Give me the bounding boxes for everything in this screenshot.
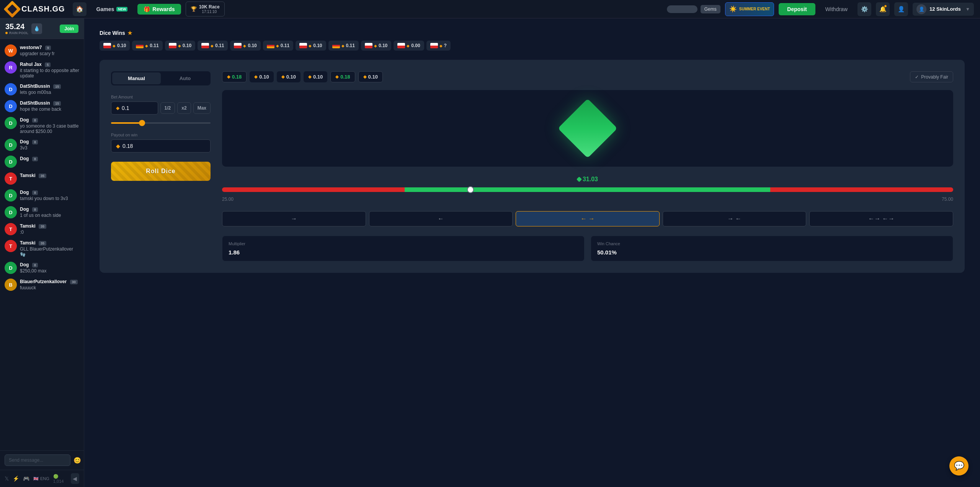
- chat-input[interactable]: [5, 454, 70, 466]
- deposit-button[interactable]: Deposit: [779, 3, 815, 15]
- chat-username: Dog: [20, 139, 29, 144]
- multiplier-label: Multiplier: [229, 241, 578, 246]
- language-selector[interactable]: 🇬🇧 ENG: [33, 476, 49, 481]
- chat-level-badge: 8: [32, 157, 38, 161]
- chat-message: D Dog 8 tamski you down to 3v3: [0, 187, 84, 204]
- rain-icon-button[interactable]: 💧: [31, 23, 42, 34]
- dice-track-handle[interactable]: [467, 186, 474, 193]
- chat-message-text: 3v3: [20, 145, 79, 151]
- bet-input-wrapper: ◆: [111, 102, 158, 115]
- chat-message: T Tamski 35 :0: [0, 221, 84, 238]
- direction-split-button[interactable]: → ←: [663, 211, 807, 226]
- dice-wins-title: Dice Wins ★: [100, 30, 965, 36]
- gem-icon: ◆: [439, 44, 443, 48]
- gem-icon: ◆: [374, 44, 377, 48]
- result-chip-5: ◆ 0.18: [330, 71, 355, 82]
- payout-label: Payout on win: [111, 133, 211, 137]
- logo[interactable]: CLASH.GG: [6, 3, 65, 15]
- chat-message-text: 1 of us on each side: [20, 213, 79, 218]
- direction-left-button[interactable]: ←: [369, 211, 513, 226]
- chat-avatar: D: [5, 189, 17, 202]
- direction-right-button[interactable]: →: [222, 211, 366, 226]
- win-amount: 0.10: [379, 43, 387, 48]
- tab-manual[interactable]: Manual: [112, 72, 161, 84]
- discord-icon[interactable]: ⚡: [13, 476, 19, 482]
- half-bet-button[interactable]: 1/2: [160, 102, 175, 114]
- summer-event-banner[interactable]: ☀️ SUMMER EVENT: [725, 2, 774, 16]
- chat-avatar: D: [5, 117, 17, 129]
- dice-win-item: ◆ 0.00: [394, 41, 424, 51]
- gems-button[interactable]: Gems: [701, 5, 720, 13]
- chat-avatar: R: [5, 61, 17, 74]
- withdraw-button[interactable]: Withdraw: [820, 3, 853, 15]
- chat-message: W westonw7 9 upgrader scary fr: [0, 42, 84, 59]
- result-chip-2: ◆ 0.10: [250, 71, 273, 82]
- country-flag: [299, 43, 307, 48]
- chat-message: B BlauerPutzenkallover 30 fuuuuck: [0, 276, 84, 293]
- bet-amount-slider[interactable]: [111, 122, 211, 124]
- rain-pool-bar: 35.24 RAIN POOL 💧 Join: [0, 18, 84, 39]
- dice-controls: Manual Auto Bet Amount ◆ 1/2 x2 Max: [111, 71, 211, 261]
- chat-footer: 𝕏 ⚡ 🎮 🇬🇧 ENG 🟢 1,014 ◀: [0, 470, 84, 487]
- collapse-chat-button[interactable]: ◀: [71, 473, 79, 484]
- games-nav-button[interactable]: Games NEW: [91, 4, 133, 15]
- chat-avatar: T: [5, 223, 17, 235]
- chat-message-text: yo someone do 3 case battle around $250.…: [20, 123, 79, 134]
- home-button[interactable]: 🏠: [73, 2, 87, 16]
- country-flag: [397, 43, 405, 48]
- country-flag: [201, 43, 209, 48]
- chat-level-badge: 35: [39, 174, 46, 178]
- dice-visual-area: [222, 90, 953, 167]
- settings-button[interactable]: ⚙️: [858, 2, 871, 16]
- notifications-button[interactable]: 🔔: [876, 2, 890, 16]
- dice-win-item: ◆ 0.11: [132, 41, 162, 51]
- max-bet-button[interactable]: Max: [193, 102, 211, 114]
- chat-avatar: D: [5, 262, 17, 274]
- chat-message-text: it starting to do opposite after update: [20, 68, 79, 79]
- dice-value-dot: [577, 177, 582, 182]
- dice-win-item: ◆ 0.10: [100, 41, 130, 51]
- chat-avatar: D: [5, 206, 17, 218]
- win-amount: 0.00: [411, 43, 420, 48]
- race-button[interactable]: 🏆 10K Race17:11:10: [186, 2, 225, 16]
- rain-label: RAIN POOL: [5, 31, 28, 35]
- dice-win-item: ◆ 0.10: [230, 41, 260, 51]
- chat-username: Tamski: [20, 173, 35, 178]
- chat-message-text: tamski you down to 3v3: [20, 196, 79, 201]
- profile-icon-button[interactable]: 👤: [894, 2, 908, 16]
- bet-amount-section: Bet Amount ◆ 1/2 x2 Max: [111, 95, 211, 125]
- double-bet-button[interactable]: x2: [177, 102, 191, 114]
- provably-fair-button[interactable]: ✓ Provably Fair: [910, 71, 953, 82]
- user-menu[interactable]: 👤 12 SkinLords ▼: [913, 3, 974, 16]
- rain-join-button[interactable]: Join: [60, 25, 78, 33]
- gems-area: Gems: [667, 5, 720, 13]
- chat-support-button[interactable]: 💬: [949, 456, 969, 476]
- online-count: 🟢 1,014: [53, 474, 67, 484]
- tab-auto[interactable]: Auto: [161, 72, 209, 84]
- direction-outer-button[interactable]: ←→ ←→: [809, 211, 953, 226]
- provably-fair-icon: ✓: [915, 74, 919, 80]
- chat-username: Dog: [20, 117, 29, 123]
- steam-icon[interactable]: 🎮: [23, 476, 29, 482]
- chat-input-area: 😊 ▶: [0, 450, 84, 470]
- chat-level-badge: 8: [32, 190, 38, 195]
- chat-message-text: upgrader scary fr: [20, 51, 79, 56]
- win-amount: ?: [444, 43, 447, 48]
- payout-gem-icon: ◆: [116, 143, 120, 149]
- dice-stats-row: Multiplier 1.86 Win Chance 50.01%: [222, 236, 953, 261]
- chat-message: R Rahul Jax 5 it starting to do opposite…: [0, 59, 84, 81]
- chat-level-badge: 30: [70, 280, 78, 284]
- roll-dice-button[interactable]: Roll Dice: [111, 162, 211, 181]
- direction-center-button[interactable]: ← →: [516, 211, 660, 226]
- chat-username: Dog: [20, 156, 29, 161]
- twitter-icon[interactable]: 𝕏: [5, 476, 9, 482]
- dice-range-slider[interactable]: [222, 185, 953, 194]
- bet-amount-input[interactable]: [122, 105, 145, 111]
- chat-level-badge: 8: [32, 263, 38, 267]
- dice-win-item: ◆ 0.10: [165, 41, 195, 51]
- payout-section: Payout on win ◆ 0.18: [111, 133, 211, 152]
- emoji-button[interactable]: 😊: [74, 457, 81, 464]
- rewards-button[interactable]: 🎁 Rewards: [137, 4, 181, 15]
- gem-icon: ◆: [276, 44, 279, 48]
- dice-win-item: ◆ 0.11: [328, 41, 359, 51]
